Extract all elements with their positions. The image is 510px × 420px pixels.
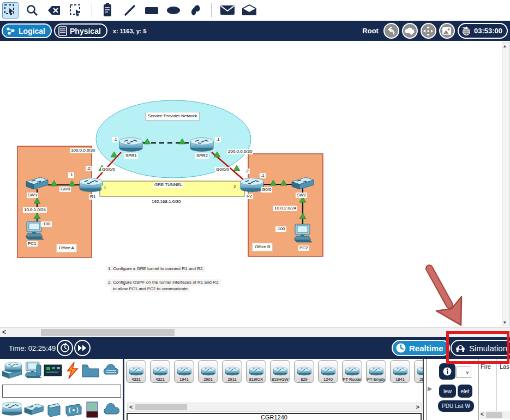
select-tool-icon[interactable]: [2, 2, 19, 19]
subcategory-routers-icon[interactable]: [2, 401, 22, 418]
new-cluster-button[interactable]: [402, 23, 418, 39]
environment-clock[interactable]: 03:53:00: [458, 23, 508, 39]
new-scenario-button[interactable]: lew: [439, 385, 456, 398]
scroll-up-icon[interactable]: ▴: [503, 43, 506, 49]
router-r1[interactable]: [80, 178, 103, 193]
move-object-button[interactable]: [421, 23, 436, 39]
category-multiuser-icon[interactable]: [101, 363, 121, 377]
scrollbar-thumb[interactable]: [486, 412, 502, 418]
category-misc-folder-icon[interactable]: [81, 363, 100, 378]
device-search-input[interactable]: [2, 385, 121, 398]
link-up-indicator: [233, 165, 240, 171]
device-1941[interactable]: 1941: [174, 360, 194, 383]
device-819hgw[interactable]: 819HGW: [270, 360, 290, 383]
scrollbar-thumb[interactable]: [135, 404, 187, 410]
delete-tool-icon[interactable]: [46, 2, 62, 19]
navbar-right-controls: Root 03:53:00: [362, 23, 510, 39]
category-components-icon[interactable]: [44, 363, 62, 377]
label-network-100: 100.0.0.0/30: [70, 148, 96, 153]
draw-rectangle-icon[interactable]: [143, 2, 160, 19]
router-r2[interactable]: [241, 178, 263, 193]
label-device-r2: R2: [245, 194, 253, 199]
router-spr1[interactable]: [119, 138, 142, 152]
subcategory-security-icon[interactable]: [85, 401, 99, 418]
canvas-horizontal-scrollbar[interactable]: <: [0, 327, 510, 337]
device-2620[interactable]: 2620: [414, 360, 423, 383]
simulation-mode-button[interactable]: Simulation: [451, 340, 510, 356]
subcategory-hubs-icon[interactable]: [46, 401, 62, 418]
device-829[interactable]: 829: [294, 360, 314, 383]
device-scrollbar[interactable]: < >: [127, 403, 422, 412]
instruction-1: 1. Configure a GRE tunnel to connect R1 …: [106, 266, 206, 272]
topology-graphic: [0, 41, 510, 327]
pdu-list-window-button[interactable]: PDU List W: [438, 400, 474, 412]
canvas-vertical-scrollbar[interactable]: ▴ ▾: [502, 42, 510, 326]
delete-scenario-button[interactable]: elet: [458, 385, 472, 398]
office-b-box[interactable]: [248, 154, 323, 256]
instruction-2b: to allow PC1 and PC2 to communicate.: [111, 286, 190, 292]
label-ip: .1: [215, 137, 221, 142]
image-icon: [442, 27, 452, 35]
inspect-magnifier-icon[interactable]: [24, 2, 40, 19]
scroll-left-icon[interactable]: <: [481, 411, 484, 417]
draw-freeform-icon[interactable]: [187, 2, 203, 19]
scrollbar-thumb[interactable]: [41, 329, 175, 336]
tab-logical[interactable]: Logical: [2, 23, 52, 38]
resize-shape-icon[interactable]: [68, 2, 84, 19]
device-2901[interactable]: 2901: [198, 360, 218, 383]
scroll-left-icon[interactable]: <: [2, 328, 6, 336]
place-note-icon[interactable]: [100, 2, 116, 19]
scenario-dropdown[interactable]: ∨: [457, 367, 471, 378]
label-network-200: 200.0.0.0/30: [227, 149, 253, 154]
draw-ellipse-icon[interactable]: [165, 2, 182, 19]
router-spr2[interactable]: [190, 138, 213, 152]
pc-pc2[interactable]: [294, 224, 312, 242]
simulation-icon: [454, 343, 466, 353]
scenario-info-button[interactable]: [439, 363, 455, 380]
column-divider: [496, 359, 497, 411]
subcategory-wireless-icon[interactable]: [64, 402, 83, 417]
pdu-list-scrollbar[interactable]: <: [479, 411, 510, 419]
scroll-right-icon[interactable]: >: [416, 404, 419, 410]
add-simple-pdu-icon[interactable]: [219, 2, 236, 19]
category-power-icon[interactable]: [64, 362, 80, 379]
simulation-label: Simulation: [469, 344, 507, 353]
add-complex-pdu-icon[interactable]: [241, 2, 257, 19]
label-device-pc1: PC1: [27, 241, 38, 247]
back-button[interactable]: [383, 23, 399, 39]
tab-physical[interactable]: Physical: [54, 23, 107, 38]
router-icon: [152, 367, 169, 376]
physical-icon: [58, 26, 67, 36]
cursor-coordinates: x: 1163, y: 5: [113, 28, 147, 34]
logical-workspace[interactable]: Service Provider Network .1 SPR1 .1 SPR2…: [0, 41, 510, 327]
device-pt-empty[interactable]: PT-Empty: [366, 360, 386, 383]
label-ip: .1: [260, 173, 266, 178]
power-cycle-button[interactable]: [57, 340, 73, 356]
router-icon: [176, 367, 193, 376]
category-network-devices-icon[interactable]: [2, 362, 22, 379]
label-device-sw2: SW2: [296, 193, 307, 198]
scroll-left-icon[interactable]: <: [129, 404, 133, 410]
device-2911[interactable]: 2911: [222, 360, 242, 383]
realtime-mode-button[interactable]: Realtime: [392, 340, 450, 356]
device-pt-router[interactable]: PT-Router: [342, 360, 362, 383]
instruction-2: 2. Configure OSPF on the tunnel interfac…: [106, 279, 221, 286]
subcategory-wan-cloud-icon[interactable]: [101, 403, 121, 416]
subcategory-switches-icon[interactable]: [24, 402, 44, 417]
device-1841[interactable]: 1841: [390, 360, 410, 383]
device-4331[interactable]: 4331: [126, 360, 146, 383]
device-819iox[interactable]: 819IOX: [246, 360, 266, 383]
category-row-top: [1, 360, 122, 381]
device-4321[interactable]: 4321: [150, 360, 170, 383]
drawing-toolbar: [0, 0, 510, 21]
device-list-panel: 4331 4321 1941 2901 2911 819IOX 819HGW 8…: [126, 359, 423, 420]
set-background-button[interactable]: [439, 23, 455, 39]
expand-arrow-icon[interactable]: ▶: [428, 385, 432, 392]
draw-line-icon[interactable]: [122, 2, 138, 19]
fast-forward-button[interactable]: [74, 340, 91, 356]
category-end-devices-icon[interactable]: [23, 362, 42, 379]
scroll-down-icon[interactable]: ▾: [503, 320, 506, 325]
pdu-list-label: PDU List W: [442, 403, 470, 409]
device-1240[interactable]: 1240: [318, 360, 338, 383]
pdu-col-last-status: Las: [500, 363, 509, 370]
